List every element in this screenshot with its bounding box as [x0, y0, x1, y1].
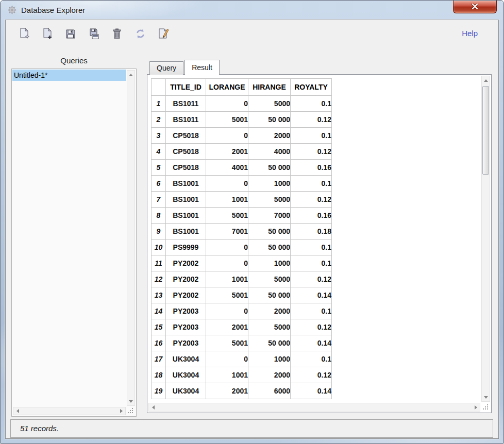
data-cell[interactable]: 1000: [248, 351, 291, 367]
scroll-up-button[interactable]: [127, 71, 135, 79]
scroll-left-button[interactable]: [149, 403, 157, 411]
data-cell[interactable]: PS9999: [166, 240, 206, 255]
data-cell[interactable]: 0: [206, 240, 248, 255]
table-row[interactable]: 14PY2003020000.1: [152, 303, 332, 319]
help-link[interactable]: Help: [462, 29, 478, 38]
data-cell[interactable]: 5001: [206, 335, 248, 351]
delete-button[interactable]: [110, 27, 124, 42]
data-cell[interactable]: 0.12: [291, 192, 332, 208]
data-cell[interactable]: 2001: [206, 144, 248, 160]
table-row[interactable]: 9BS1001700150 0000.18: [152, 224, 332, 240]
data-cell[interactable]: 1001: [206, 367, 248, 383]
data-cell[interactable]: 0.1: [291, 255, 332, 271]
data-cell[interactable]: 0.14: [291, 383, 332, 399]
resize-grip[interactable]: [127, 407, 135, 415]
queries-vertical-scrollbar[interactable]: [127, 70, 135, 406]
data-cell[interactable]: PY2002: [166, 287, 206, 303]
data-cell[interactable]: 50 000: [248, 335, 291, 351]
data-cell[interactable]: 0.16: [291, 208, 332, 224]
data-cell[interactable]: 5001: [206, 112, 248, 128]
data-cell[interactable]: 0: [206, 128, 248, 144]
table-row[interactable]: 12PY2002100150000.12: [152, 271, 332, 287]
data-cell[interactable]: 0.14: [291, 287, 332, 303]
data-cell[interactable]: BS1011: [166, 112, 206, 128]
scroll-up-button[interactable]: [482, 76, 490, 84]
data-cell[interactable]: 1001: [206, 192, 248, 208]
data-cell[interactable]: 0: [206, 351, 248, 367]
data-cell[interactable]: 2001: [206, 383, 248, 399]
table-row[interactable]: 1BS1011050000.1: [152, 96, 332, 112]
refresh-button[interactable]: [133, 27, 147, 42]
table-row[interactable]: 19UK3004200160000.14: [152, 383, 332, 399]
data-cell[interactable]: PY2002: [166, 271, 206, 287]
table-row[interactable]: 4CP5018200140000.12: [152, 144, 332, 160]
table-row[interactable]: 7BS1001100150000.12: [152, 192, 332, 208]
data-cell[interactable]: PY2003: [166, 335, 206, 351]
data-cell[interactable]: 5000: [248, 192, 291, 208]
data-cell[interactable]: 1000: [248, 176, 291, 192]
data-cell[interactable]: 0: [206, 176, 248, 192]
data-cell[interactable]: BS1001: [166, 224, 206, 240]
data-cell[interactable]: 0: [206, 303, 248, 319]
open-query-button[interactable]: [40, 27, 55, 42]
column-header-royalty[interactable]: ROYALTY: [291, 79, 332, 96]
data-cell[interactable]: 0.1: [291, 240, 332, 255]
data-cell[interactable]: 1001: [206, 271, 248, 287]
column-header-lorange[interactable]: LORANGE: [206, 79, 248, 96]
data-cell[interactable]: 50 000: [248, 287, 291, 303]
query-list-item[interactable]: Untitled-1*: [12, 70, 126, 81]
table-row[interactable]: 3CP5018020000.1: [152, 128, 332, 144]
scroll-left-button[interactable]: [13, 407, 22, 415]
table-row[interactable]: 8BS1001500170000.16: [152, 208, 332, 224]
table-row[interactable]: 10PS9999050 0000.1: [152, 240, 332, 255]
data-cell[interactable]: 50 000: [248, 224, 291, 240]
data-cell[interactable]: 5001: [206, 208, 248, 224]
tab-result[interactable]: Result: [184, 60, 220, 75]
table-vertical-scrollbar[interactable]: [481, 76, 490, 402]
data-cell[interactable]: 2000: [248, 367, 291, 383]
data-cell[interactable]: BS1001: [166, 208, 206, 224]
data-cell[interactable]: 2000: [248, 128, 291, 144]
data-cell[interactable]: 0.1: [291, 351, 332, 367]
data-cell[interactable]: 1000: [248, 255, 291, 271]
data-cell[interactable]: 0.1: [291, 303, 332, 319]
data-cell[interactable]: 50 000: [248, 112, 291, 128]
table-row[interactable]: 16PY2003500150 0000.14: [152, 335, 332, 351]
table-row[interactable]: 6BS1001010000.1: [152, 176, 332, 192]
data-cell[interactable]: 2000: [248, 303, 291, 319]
data-cell[interactable]: 50 000: [248, 160, 291, 176]
scroll-down-button[interactable]: [482, 393, 490, 401]
data-cell[interactable]: CP5018: [166, 160, 206, 176]
column-header-hirange[interactable]: HIRANGE: [248, 79, 291, 96]
table-horizontal-scrollbar[interactable]: [148, 403, 480, 412]
data-cell[interactable]: 5000: [248, 319, 291, 335]
queries-horizontal-scrollbar[interactable]: [13, 407, 126, 415]
new-query-button[interactable]: [17, 27, 31, 42]
data-cell[interactable]: 0.12: [291, 367, 332, 383]
data-cell[interactable]: 0.12: [291, 319, 332, 335]
save-button[interactable]: [63, 27, 78, 42]
column-header-title_id[interactable]: TITLE_ID: [166, 79, 206, 96]
table-row[interactable]: 5CP5018400150 0000.16: [152, 160, 332, 176]
data-cell[interactable]: 0.12: [291, 271, 332, 287]
scroll-thumb[interactable]: [482, 86, 489, 175]
table-row[interactable]: 18UK3004100120000.12: [152, 367, 332, 383]
close-button[interactable]: [453, 1, 497, 13]
data-cell[interactable]: 0.1: [291, 96, 332, 112]
data-cell[interactable]: 0.16: [291, 160, 332, 176]
table-row[interactable]: 15PY2003200150000.12: [152, 319, 332, 335]
data-cell[interactable]: 50 000: [248, 240, 291, 255]
data-cell[interactable]: 0: [206, 255, 248, 271]
data-cell[interactable]: PY2003: [166, 303, 206, 319]
table-row[interactable]: 17UK3004010000.1: [152, 351, 332, 367]
scroll-right-button[interactable]: [472, 403, 480, 411]
data-cell[interactable]: 0.1: [291, 128, 332, 144]
data-cell[interactable]: 0.14: [291, 335, 332, 351]
edit-query-button[interactable]: [156, 27, 171, 42]
data-cell[interactable]: PY2002: [166, 255, 206, 271]
table-row[interactable]: 13PY2002500150 0000.14: [152, 287, 332, 303]
data-cell[interactable]: 7000: [248, 208, 291, 224]
data-cell[interactable]: 0.18: [291, 224, 332, 240]
data-cell[interactable]: 0.1: [291, 176, 332, 192]
data-cell[interactable]: 5001: [206, 287, 248, 303]
